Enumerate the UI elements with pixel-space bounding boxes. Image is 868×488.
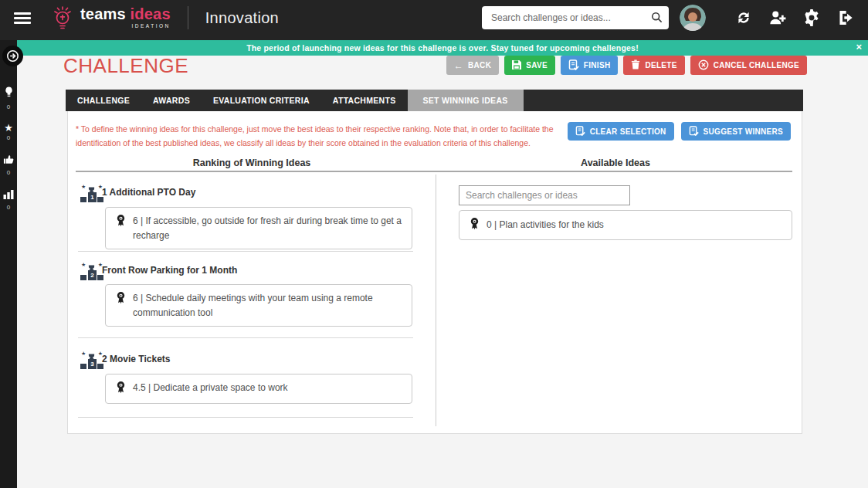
winning-idea-card[interactable]: 4.5 | Dedicate a private space to work — [105, 374, 412, 404]
idea-text: 6 | Schedule daily meetings with your te… — [133, 291, 402, 320]
separator — [78, 417, 413, 418]
star-icon: ★ — [4, 123, 13, 133]
close-icon[interactable]: × — [856, 41, 862, 53]
finish-button[interactable]: FINISH — [561, 56, 619, 75]
delete-button[interactable]: DELETE — [623, 56, 684, 75]
clear-selection-button[interactable]: CLEAR SELECTION — [568, 122, 674, 141]
tab-set-winning-ideas[interactable]: SET WINNING IDEAS — [408, 90, 524, 111]
available-idea-card[interactable]: 0 | Plan activities for the kids — [459, 210, 792, 240]
expand-sidebar-button[interactable] — [2, 46, 23, 66]
idea-text: 6 | If accessible, go outside for fresh … — [133, 214, 402, 242]
logout-icon[interactable] — [837, 9, 854, 26]
idea-text: 0 | Plan activities for the kids — [487, 218, 604, 232]
save-floppy-icon — [512, 60, 521, 71]
podium-icon: ★ ★ 3 — [80, 349, 103, 369]
trash-icon — [631, 59, 640, 71]
challenge-actions: ← BACK SAVE FINISH — [446, 56, 807, 75]
separator — [78, 251, 413, 252]
available-ideas-search-input[interactable] — [459, 185, 630, 205]
podium-rank: 1 — [88, 192, 97, 202]
columns-underline — [76, 171, 792, 172]
document-check-icon — [575, 126, 585, 137]
tab-challenge[interactable]: CHALLENGE — [66, 90, 141, 111]
bar-chart-icon — [3, 188, 14, 202]
brand-logo[interactable]: teams ideas IDEATION — [51, 2, 171, 33]
tab-bar: CHALLENGE AWARDS EVALUATION CRITERIA ATT… — [66, 90, 803, 111]
thumb-up-icon — [3, 154, 14, 168]
rail-count: 0 — [7, 134, 10, 141]
award-name: 1 Additional PTO Day — [102, 187, 195, 198]
search-icon[interactable] — [651, 12, 663, 26]
podium-icon: ★ ★ 1 — [80, 182, 103, 202]
app-window: teams ideas IDEATION Innovation — [0, 0, 868, 488]
medal-icon — [469, 217, 480, 233]
app-header: teams ideas IDEATION Innovation — [0, 0, 868, 40]
left-rail: 0 ★ 0 0 — [0, 40, 17, 488]
rail-count: 0 — [7, 204, 10, 211]
avatar[interactable] — [680, 5, 706, 31]
brand-teams: teams — [80, 5, 126, 22]
suggest-winners-button[interactable]: SUGGEST WINNERS — [681, 122, 791, 141]
cancel-challenge-button[interactable]: CANCEL CHALLENGE — [690, 56, 807, 75]
page-title: Innovation — [205, 9, 279, 27]
header-search — [482, 6, 669, 29]
award-name: 2 Movie Tickets — [102, 354, 171, 364]
medal-icon — [115, 291, 127, 307]
settings-icon[interactable] — [803, 9, 820, 26]
add-user-icon[interactable] — [769, 9, 786, 26]
tab-awards[interactable]: AWARDS — [141, 90, 202, 111]
challenge-heading: CHALLENGE — [63, 54, 188, 78]
winning-idea-card[interactable]: 6 | If accessible, go outside for fresh … — [105, 207, 412, 249]
podium-rank: 3 — [88, 359, 97, 369]
document-check-icon — [689, 126, 699, 137]
notice-text: The period of launching new ideas for th… — [246, 43, 639, 53]
separator — [78, 337, 413, 338]
tab-evaluation-criteria[interactable]: EVALUATION CRITERIA — [202, 90, 321, 111]
menu-icon[interactable] — [14, 12, 31, 24]
winning-ideas-panel: * To define the winning ideas for this c… — [67, 111, 802, 434]
rail-item-stats[interactable]: 0 — [0, 188, 17, 211]
document-check-icon — [568, 59, 579, 72]
rail-item-ideas[interactable]: 0 — [0, 86, 17, 110]
podium-icon: ★ ★ 2 — [80, 260, 103, 280]
podium-rank: 2 — [88, 270, 97, 280]
rail-count: 0 — [7, 169, 10, 176]
brand-subtitle: IDEATION — [80, 24, 171, 29]
ranking-column-title: Ranking of Winning Ideas — [68, 158, 436, 168]
header-search-input[interactable] — [482, 6, 669, 29]
idea-text: 4.5 | Dedicate a private space to work — [133, 381, 288, 395]
winning-idea-card[interactable]: 6 | Schedule daily meetings with your te… — [105, 284, 412, 327]
available-column-title: Available Ideas — [436, 158, 795, 168]
header-divider — [188, 6, 188, 29]
circle-x-icon — [698, 59, 709, 72]
save-button[interactable]: SAVE — [504, 56, 555, 75]
rail-item-favorites[interactable]: ★ 0 — [0, 123, 17, 141]
back-button[interactable]: ← BACK — [446, 56, 499, 75]
arrow-left-icon: ← — [454, 61, 463, 70]
medal-icon — [115, 214, 127, 230]
notice-bar: The period of launching new ideas for th… — [17, 40, 868, 56]
instruction-note: * To define the winning ideas for this c… — [76, 122, 598, 151]
rail-item-likes[interactable]: 0 — [0, 154, 17, 176]
award-name: Front Row Parking for 1 Month — [102, 265, 237, 276]
rail-count: 0 — [7, 103, 10, 110]
lightbulb-icon — [4, 86, 14, 102]
lightbulb-logo-icon — [51, 2, 74, 33]
brand-ideas: ideas — [131, 5, 171, 22]
columns-divider — [436, 175, 436, 426]
tab-attachments[interactable]: ATTACHMENTS — [321, 90, 408, 111]
medal-icon — [115, 381, 127, 397]
refresh-icon[interactable] — [735, 9, 752, 26]
